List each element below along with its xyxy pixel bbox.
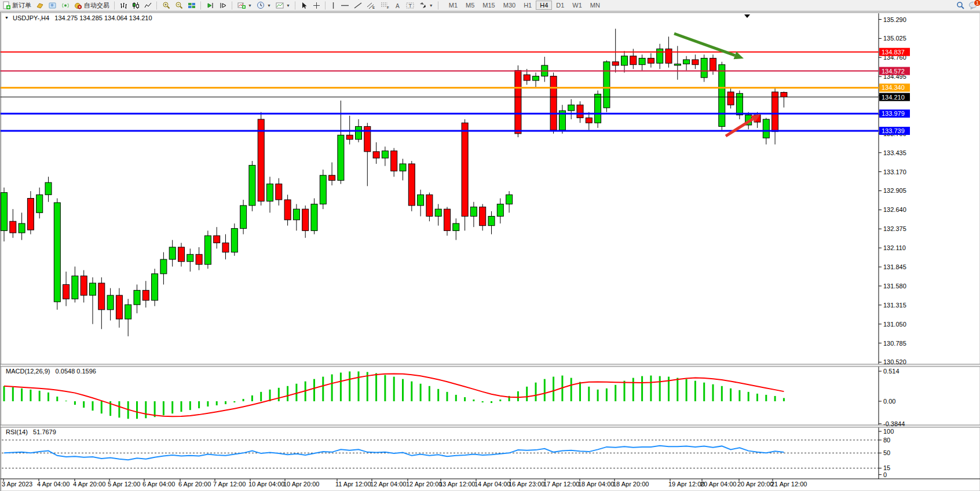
bear-candle — [346, 135, 353, 139]
toolbar-separator — [438, 2, 439, 9]
crosshair-tool-button[interactable] — [310, 1, 323, 10]
bear-candle — [710, 58, 716, 71]
new-order-button[interactable]: 新订单 — [0, 1, 34, 10]
timeframe-button-m1[interactable]: M1 — [445, 1, 462, 10]
bull-candle — [674, 64, 681, 65]
zoom-in-button[interactable] — [160, 1, 173, 10]
dropdown-caret: ▼ — [248, 3, 252, 8]
bear-candle — [214, 236, 220, 243]
cursor-icon — [301, 2, 308, 9]
svg-text:16 Apr 23:00: 16 Apr 23:00 — [509, 481, 544, 488]
svg-text:133.170: 133.170 — [883, 168, 906, 175]
bull-candle — [293, 209, 299, 220]
timeframe-button-d1[interactable]: D1 — [552, 1, 568, 10]
search-icon[interactable] — [956, 1, 965, 10]
svg-text:135.290: 135.290 — [883, 16, 906, 23]
svg-text:11 Apr 12:00: 11 Apr 12:00 — [335, 481, 371, 488]
bear-candle — [10, 221, 16, 233]
bull-candle — [231, 229, 237, 252]
chart-shift-button[interactable] — [217, 1, 229, 10]
bear-candle — [524, 75, 530, 80]
timeframe-button-h4[interactable]: H4 — [536, 1, 552, 10]
bear-candle — [196, 254, 202, 264]
horizontal-line-tool[interactable] — [338, 1, 352, 10]
cursor-tool-button[interactable] — [298, 1, 310, 10]
bull-candle — [657, 49, 663, 63]
bull-candle — [736, 93, 743, 115]
chart-canvas[interactable]: 135.290135.025134.760134.495134.230133.9… — [1, 12, 980, 491]
bull-candle — [763, 119, 769, 138]
rsi-name: RSI(14) — [6, 428, 28, 435]
chart-title: ▼ USDJPY-,H4 134.275 134.285 134.064 134… — [5, 14, 152, 21]
line-chart-button[interactable] — [142, 1, 154, 10]
svg-text:19 Apr 12:00: 19 Apr 12:00 — [668, 481, 704, 488]
vertical-line-tool[interactable] — [328, 1, 338, 10]
svg-text:10 Apr 20:00: 10 Apr 20:00 — [283, 481, 319, 488]
timeframe-button-mn[interactable]: MN — [586, 1, 604, 10]
svg-text:130.520: 130.520 — [883, 358, 906, 365]
bear-candle — [630, 56, 637, 65]
line-chart-icon — [144, 2, 152, 9]
shapes-tool[interactable]: ▼ — [416, 1, 436, 10]
bull-candle — [249, 165, 255, 205]
bull-candle — [435, 209, 441, 216]
crosshair-icon — [313, 2, 320, 9]
text-tool[interactable]: A — [392, 1, 404, 10]
periods-button[interactable]: ▼ — [254, 1, 273, 10]
vertical-line-icon — [331, 2, 336, 9]
data-window-button[interactable] — [46, 1, 59, 10]
bull-candle — [36, 195, 43, 212]
trendline-icon — [354, 2, 362, 9]
bull-candle — [382, 151, 388, 158]
trendline-tool[interactable] — [352, 1, 364, 10]
timeframe-button-m5[interactable]: M5 — [462, 1, 478, 10]
timeframe-button-w1[interactable]: W1 — [568, 1, 586, 10]
time-axis[interactable]: 3 Apr 20234 Apr 04:004 Apr 20:005 Apr 12… — [2, 479, 807, 488]
svg-text:80: 80 — [883, 437, 890, 444]
svg-text:-0.3844: -0.3844 — [883, 420, 905, 427]
bear-candle — [329, 175, 335, 181]
notifications-button[interactable]: 1 — [968, 1, 978, 9]
templates-button[interactable]: ▼ — [273, 1, 292, 10]
timeframe-button-m30[interactable]: M30 — [499, 1, 520, 10]
tile-windows-icon — [188, 2, 196, 9]
candlestick-chart-icon — [132, 2, 140, 9]
tile-windows-button[interactable] — [185, 1, 198, 10]
bar-chart-button[interactable] — [118, 1, 130, 10]
chevron-down-icon[interactable]: ▼ — [5, 16, 9, 20]
rsi-current-value: 51.7679 — [33, 428, 56, 435]
market-watch-button[interactable] — [34, 1, 46, 10]
channel-tool[interactable]: E — [364, 1, 378, 10]
svg-text:T: T — [408, 3, 412, 9]
macd-current-values: 0.0548 0.1596 — [56, 368, 96, 375]
bull-candle — [453, 223, 459, 230]
auto-trading-button[interactable]: 自动交易 — [72, 1, 112, 10]
timeframe-button-h1[interactable]: H1 — [520, 1, 536, 10]
fibonacci-tool[interactable]: F — [378, 1, 392, 10]
signals-button[interactable] — [59, 1, 72, 10]
bull-candle — [497, 204, 503, 216]
channel-icon: E — [367, 2, 376, 9]
timeframe-group: M1M5M15M30H1H4D1W1MN — [445, 1, 604, 10]
auto-scroll-button[interactable] — [204, 1, 217, 10]
svg-text:131.050: 131.050 — [883, 321, 906, 328]
new-chart-button[interactable]: ▼ — [235, 1, 254, 10]
svg-text:133.979: 133.979 — [882, 110, 905, 117]
bear-candle — [577, 105, 583, 118]
chart-shift-icon — [219, 2, 227, 9]
label-tool[interactable]: T — [404, 1, 416, 10]
periods-clock-icon — [257, 1, 265, 9]
chart-ohlc-values: 134.275 134.285 134.064 134.210 — [54, 14, 152, 21]
bull-candle — [152, 274, 158, 301]
timeframe-button-m15[interactable]: M15 — [478, 1, 499, 10]
zoom-out-icon — [175, 1, 183, 9]
bull-candle — [134, 290, 140, 305]
zoom-out-button[interactable] — [173, 1, 185, 10]
bear-candle — [27, 199, 34, 230]
svg-text:134.210: 134.210 — [882, 94, 905, 101]
svg-text:131.845: 131.845 — [883, 263, 906, 270]
bull-candle — [356, 126, 362, 139]
candlestick-chart-button[interactable] — [130, 1, 142, 10]
bull-candle — [54, 203, 60, 302]
rsi-indicator-label: RSI(14) 51.7679 — [6, 428, 56, 435]
